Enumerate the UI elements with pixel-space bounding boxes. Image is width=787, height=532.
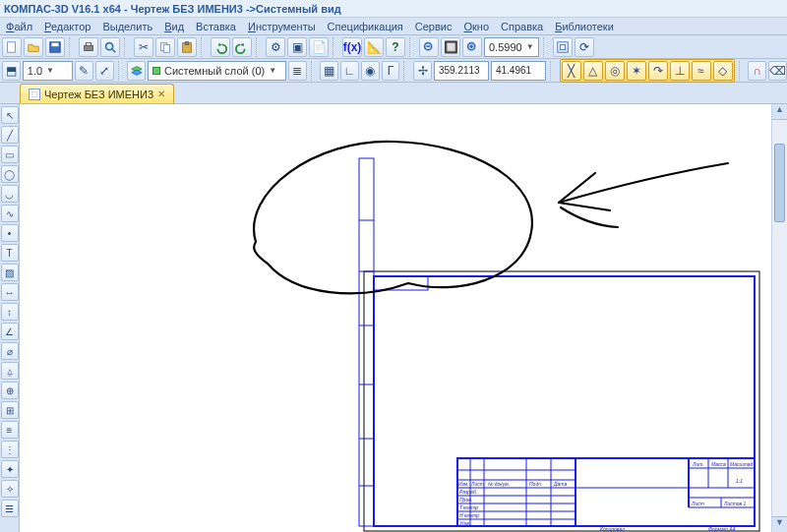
- snap-intersect-icon[interactable]: ✶: [627, 61, 646, 81]
- ortho-icon[interactable]: ∟: [340, 61, 359, 81]
- separator-icon: [403, 61, 409, 81]
- scroll-down-icon[interactable]: ▼: [772, 516, 787, 532]
- coord-x-readout[interactable]: [434, 61, 489, 81]
- tool-icon[interactable]: ∠: [1, 323, 19, 340]
- binding-tab: [374, 276, 428, 290]
- tool-icon[interactable]: ⚙: [266, 37, 285, 57]
- svg-point-5: [106, 42, 113, 49]
- menu-service[interactable]: Сервис: [415, 21, 453, 32]
- rect-tool-icon[interactable]: ▭: [1, 146, 19, 163]
- tool-icon[interactable]: ✦: [1, 460, 19, 478]
- scrollbar-thumb[interactable]: [774, 144, 785, 222]
- menu-spec[interactable]: Спецификация: [328, 21, 403, 32]
- title-block: Изм. Лист № докум. Подп. Дата Разраб. Пр…: [457, 458, 755, 526]
- tool-icon[interactable]: ⌫: [768, 61, 787, 81]
- fx-icon[interactable]: f(x): [342, 37, 362, 57]
- new-icon[interactable]: [2, 37, 22, 57]
- refresh-icon[interactable]: ⟳: [575, 37, 594, 57]
- menu-libs[interactable]: Библиотеки: [555, 21, 614, 32]
- snap-end-icon[interactable]: ╳: [562, 61, 581, 81]
- drawing-canvas[interactable]: Изм. Лист № докум. Подп. Дата Разраб. Пр…: [20, 104, 787, 532]
- tool-icon[interactable]: ✧: [1, 480, 19, 498]
- coord-type-icon[interactable]: ✢: [413, 61, 432, 81]
- snap-tangent-icon[interactable]: ↷: [648, 61, 668, 81]
- tool-icon[interactable]: ⬒: [2, 61, 21, 81]
- zoom-fit-icon[interactable]: [553, 37, 573, 57]
- menu-file[interactable]: Файл: [6, 21, 32, 32]
- menu-editor[interactable]: Редактор: [44, 21, 91, 32]
- separator-icon: [118, 61, 124, 81]
- zoom-window-icon[interactable]: 🔲: [441, 37, 460, 57]
- cut-icon[interactable]: ✂: [134, 37, 153, 57]
- left-toolbox: ↖ ╱ ▭ ◯ ◡ ∿ • T ▨ ↔ ↕ ∠ ⌀ ⍙ ⊕ ⊞ ≡ ⋮ ✦ ✧ …: [0, 104, 20, 532]
- copy-icon[interactable]: [155, 37, 175, 57]
- layer-icon[interactable]: [127, 61, 146, 81]
- menu-window[interactable]: Окно: [463, 21, 489, 32]
- grid-icon[interactable]: ▦: [320, 61, 338, 81]
- chevron-down-icon: ▼: [269, 66, 276, 75]
- paste-icon[interactable]: [177, 37, 197, 57]
- snap-center-icon[interactable]: ◎: [605, 61, 625, 81]
- coord-y-readout[interactable]: [491, 61, 546, 81]
- layer-combo[interactable]: Системный слой (0)▼: [148, 61, 286, 81]
- layer-manage-icon[interactable]: ≣: [288, 61, 307, 81]
- dim-tool-icon[interactable]: ↔: [1, 283, 19, 301]
- menu-view[interactable]: Вид: [164, 21, 184, 32]
- tool-icon[interactable]: ↕: [1, 303, 19, 321]
- circle-tool-icon[interactable]: ◯: [1, 165, 19, 183]
- point-tool-icon[interactable]: •: [1, 224, 19, 242]
- close-icon[interactable]: ✕: [157, 89, 165, 99]
- text-tool-icon[interactable]: T: [1, 244, 19, 262]
- tool-icon[interactable]: ≡: [1, 421, 19, 439]
- menu-tools[interactable]: Инструменты: [248, 21, 316, 32]
- tool-icon[interactable]: ⊕: [1, 382, 19, 399]
- tool-icon[interactable]: 📐: [364, 37, 384, 57]
- arc-tool-icon[interactable]: ◡: [1, 185, 19, 203]
- separator-icon: [256, 37, 262, 57]
- svg-rect-0: [8, 41, 16, 52]
- scale-combo[interactable]: 1.0▼: [23, 61, 73, 81]
- menu-help[interactable]: Справка: [501, 21, 543, 32]
- zoom-in-icon[interactable]: [462, 37, 482, 57]
- preview-icon[interactable]: [100, 37, 120, 57]
- window-title: КОМПАС-3D V16.1 x64 - Чертеж БЕЗ ИМЕНИ3 …: [0, 0, 787, 18]
- tool-icon[interactable]: ☰: [1, 500, 19, 517]
- snap-mid-icon[interactable]: △: [583, 61, 603, 81]
- menu-select[interactable]: Выделить: [102, 21, 152, 32]
- save-icon[interactable]: [45, 37, 65, 57]
- snap-round-icon[interactable]: ◉: [361, 61, 380, 81]
- redo-icon[interactable]: [232, 37, 252, 57]
- select-tool-icon[interactable]: ↖: [1, 106, 19, 124]
- snap-perp-icon[interactable]: ⊥: [670, 61, 690, 81]
- annotation-handdraw: [254, 142, 728, 293]
- svg-text:Масса: Масса: [711, 461, 726, 467]
- snap-near-icon[interactable]: ≈: [692, 61, 711, 81]
- tool-icon[interactable]: ⌀: [1, 342, 19, 360]
- print-icon[interactable]: [79, 37, 98, 57]
- scroll-up-icon[interactable]: ▲: [772, 104, 787, 120]
- tool-icon[interactable]: ▣: [287, 37, 307, 57]
- snap-icon[interactable]: Γ: [382, 61, 400, 81]
- tool-icon[interactable]: ⋮: [1, 441, 19, 458]
- tab-current-document[interactable]: Чертеж БЕЗ ИМЕНИ3 ✕: [20, 84, 174, 103]
- zoom-value-combo[interactable]: 0.5990▼: [484, 37, 539, 57]
- drawing-frame: [374, 276, 755, 526]
- open-icon[interactable]: [24, 37, 43, 57]
- menu-insert[interactable]: Вставка: [196, 21, 236, 32]
- line-tool-icon[interactable]: ╱: [1, 126, 19, 144]
- spline-tool-icon[interactable]: ∿: [1, 205, 19, 222]
- tool-icon[interactable]: ⍙: [1, 362, 19, 380]
- hatch-tool-icon[interactable]: ▨: [1, 264, 19, 281]
- zoom-out-icon[interactable]: [419, 37, 439, 57]
- tool-icon[interactable]: ⤢: [95, 61, 114, 81]
- vertical-scrollbar[interactable]: ▲ ▼: [771, 104, 787, 532]
- help-icon[interactable]: ?: [386, 37, 405, 57]
- magnet-icon[interactable]: ∩: [748, 61, 766, 81]
- tool-icon[interactable]: ⊞: [1, 401, 19, 419]
- svg-text:Листов  1: Листов 1: [723, 501, 747, 506]
- copied-note: Копировал: [600, 526, 625, 532]
- tool-icon[interactable]: ✎: [75, 61, 93, 81]
- snap-node-icon[interactable]: ◇: [713, 61, 733, 81]
- undo-icon[interactable]: [211, 37, 230, 57]
- tool-icon[interactable]: 📄: [309, 37, 329, 57]
